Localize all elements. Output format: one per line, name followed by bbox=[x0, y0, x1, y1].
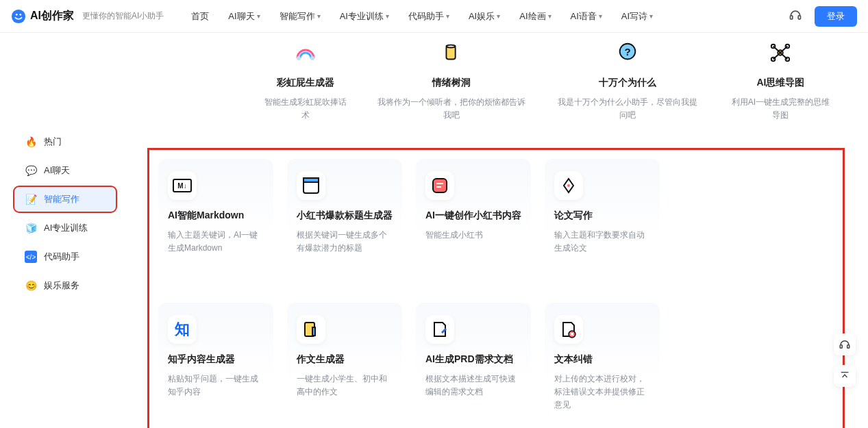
sidebar-item-training[interactable]: 🧊AI专业训练 bbox=[14, 215, 116, 241]
edit-icon: 📝 bbox=[25, 193, 37, 205]
pen-icon bbox=[554, 171, 583, 200]
chevron-down-icon: ▾ bbox=[599, 12, 602, 20]
top-nav: 首页 AI聊天▾ 智能写作▾ AI专业训练▾ 代码助手▾ AI娱乐▾ AI绘画▾… bbox=[191, 10, 653, 23]
chevron-down-icon: ▾ bbox=[649, 12, 653, 20]
svg-point-8 bbox=[446, 45, 455, 48]
float-support-button[interactable] bbox=[834, 333, 856, 355]
nav-aichat[interactable]: AI聊天▾ bbox=[228, 10, 260, 23]
svg-line-17 bbox=[780, 47, 787, 53]
sidebar-item-hot[interactable]: 🔥热门 bbox=[14, 129, 116, 155]
login-button[interactable]: 登录 bbox=[815, 6, 857, 27]
logo-icon bbox=[11, 9, 26, 24]
svg-point-0 bbox=[12, 9, 25, 23]
card-markdown[interactable]: M↓ AI智能Markdown 输入主题关键词，AI一键生成Markdown bbox=[158, 159, 273, 289]
chevron-down-icon: ▾ bbox=[446, 12, 449, 20]
sidebar-item-code[interactable]: </>代码助手 bbox=[14, 244, 116, 270]
sidebar-item-smartwrite[interactable]: 📝智能写作 bbox=[14, 186, 116, 212]
svg-rect-7 bbox=[446, 47, 455, 60]
cup-icon bbox=[437, 38, 466, 67]
slogan: 更懂你的智能AI小助手 bbox=[82, 10, 164, 22]
svg-text:M↓: M↓ bbox=[177, 182, 186, 190]
svg-rect-4 bbox=[798, 15, 800, 18]
svg-point-2 bbox=[19, 13, 21, 15]
card-correct[interactable]: 文本纠错 对上传的文本进行校对，标注错误文本并提供修正意见 bbox=[545, 303, 660, 428]
doc-error-icon bbox=[554, 315, 583, 344]
chevron-down-icon: ▾ bbox=[548, 12, 551, 20]
svg-rect-23 bbox=[303, 178, 319, 182]
svg-rect-24 bbox=[433, 179, 447, 192]
svg-line-18 bbox=[773, 53, 780, 59]
svg-line-19 bbox=[780, 53, 787, 59]
content-area: 彩虹屁生成器 智能生成彩虹屁吹捧话术 情绪树洞 我将作为一个倾听者，把你的烦恼都… bbox=[147, 33, 868, 428]
nav-poem[interactable]: AI写诗▾ bbox=[621, 10, 653, 23]
markdown-icon: M↓ bbox=[168, 171, 197, 200]
doc-edit-icon bbox=[425, 315, 454, 344]
svg-rect-33 bbox=[840, 345, 842, 349]
fire-icon: 🔥 bbox=[25, 136, 37, 148]
nav-smartwrite[interactable]: 智能写作▾ bbox=[280, 10, 321, 23]
svg-point-6 bbox=[310, 56, 314, 60]
card-xhs-content[interactable]: AI一键创作小红书内容 智能生成小红书 bbox=[416, 159, 531, 289]
nav-home[interactable]: 首页 bbox=[191, 10, 209, 23]
support-icon[interactable] bbox=[789, 8, 802, 25]
nav-entertain[interactable]: AI娱乐▾ bbox=[469, 10, 500, 23]
card-emotion[interactable]: 情绪树洞 我将作为一个倾听者，把你的烦恼都告诉我吧 bbox=[368, 38, 534, 134]
svg-point-5 bbox=[297, 56, 301, 60]
svg-point-1 bbox=[16, 13, 18, 15]
float-buttons bbox=[834, 333, 856, 387]
card-thesis[interactable]: 论文写作 输入主题和字数要求自动生成论文 bbox=[545, 159, 660, 289]
card-mindmap[interactable]: AI思维导图 利用AI一键生成完整的思维导图 bbox=[721, 38, 841, 134]
chevron-down-icon: ▾ bbox=[257, 12, 260, 20]
nav-paint[interactable]: AI绘画▾ bbox=[519, 10, 551, 23]
note-icon bbox=[425, 171, 454, 200]
question-icon: ? bbox=[613, 38, 642, 67]
top-row: 彩虹屁生成器 智能生成彩虹屁吹捧话术 情绪树洞 我将作为一个倾听者，把你的烦恼都… bbox=[257, 38, 841, 134]
card-zhihu[interactable]: 知 知乎内容生成器 粘贴知乎问题，一键生成知乎内容 bbox=[158, 303, 273, 428]
card-why[interactable]: ? 十万个为什么 我是十万个为什么小助手，尽管向我提问吧 bbox=[548, 38, 707, 134]
back-to-top-button[interactable] bbox=[834, 365, 856, 387]
sidebar-item-entertain[interactable]: 😊娱乐服务 bbox=[14, 273, 116, 299]
code-icon: </> bbox=[25, 251, 37, 263]
window-icon bbox=[297, 171, 325, 200]
svg-rect-29 bbox=[312, 327, 315, 336]
card-grid: M↓ AI智能Markdown 输入主题关键词，AI一键生成Markdown 小… bbox=[147, 148, 841, 428]
svg-rect-3 bbox=[791, 15, 793, 18]
chat-icon: 💬 bbox=[25, 164, 37, 177]
nav-code[interactable]: 代码助手▾ bbox=[408, 10, 449, 23]
logo[interactable]: AI创作家 bbox=[11, 9, 74, 24]
svg-point-27 bbox=[567, 184, 570, 187]
card-prd[interactable]: AI生成PRD需求文档 根据文本描述生成可快速编辑的需求文档 bbox=[416, 303, 531, 428]
nav-voice[interactable]: AI语音▾ bbox=[571, 10, 602, 23]
svg-rect-34 bbox=[847, 345, 850, 349]
chevron-down-icon: ▾ bbox=[497, 12, 500, 20]
nav-training[interactable]: AI专业训练▾ bbox=[340, 10, 389, 23]
svg-line-16 bbox=[773, 47, 780, 53]
smile-icon: 😊 bbox=[25, 279, 37, 292]
top-bar: AI创作家 更懂你的智能AI小助手 首页 AI聊天▾ 智能写作▾ AI专业训练▾… bbox=[0, 0, 868, 33]
zhihu-icon: 知 bbox=[168, 315, 197, 344]
rainbow-icon bbox=[291, 38, 320, 67]
sidebar: 🔥热门 💬AI聊天 📝智能写作 🧊AI专业训练 </>代码助手 😊娱乐服务 bbox=[0, 33, 147, 428]
doc-pencil-icon bbox=[297, 315, 325, 344]
chevron-down-icon: ▾ bbox=[317, 12, 321, 20]
chevron-down-icon: ▾ bbox=[386, 12, 389, 20]
sidebar-item-aichat[interactable]: 💬AI聊天 bbox=[14, 158, 116, 184]
cube-icon: 🧊 bbox=[25, 222, 37, 234]
mindmap-icon bbox=[766, 38, 795, 67]
brand-name: AI创作家 bbox=[30, 9, 74, 23]
svg-text:?: ? bbox=[624, 46, 630, 58]
card-xhs-title[interactable]: 小红书爆款标题生成器 根据关键词一键生成多个有爆款潜力的标题 bbox=[287, 159, 402, 289]
card-rainbow[interactable]: 彩虹屁生成器 智能生成彩虹屁吹捧话术 bbox=[257, 38, 354, 134]
card-essay[interactable]: 作文生成器 一键生成小学生、初中和高中的作文 bbox=[287, 303, 402, 428]
